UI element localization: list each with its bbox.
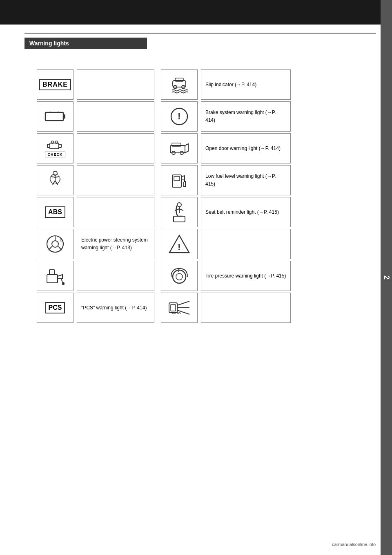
brake-sys-icon: ! [169, 107, 189, 126]
check-text: CHECK [45, 152, 65, 157]
brake-icon-cell: BRAKE [37, 69, 74, 100]
svg-rect-24 [49, 270, 54, 275]
brake-icon: BRAKE [39, 79, 71, 90]
svg-point-18 [52, 241, 58, 247]
svg-line-41 [179, 209, 183, 210]
engine-svg [47, 140, 64, 151]
pcs-icon-cell: PCS [37, 293, 74, 323]
caution-desc-cell [201, 229, 291, 259]
svg-rect-42 [174, 216, 185, 222]
battery-desc-cell [77, 101, 154, 132]
svg-rect-6 [59, 144, 61, 148]
tpms-icon: ! [169, 265, 190, 286]
fuel-description: Low fuel level warning light (→P. 415) [205, 172, 286, 188]
check-engine-desc-cell [77, 133, 154, 163]
fuel-desc-cell: Low fuel level warning light (→P. 415) [201, 165, 291, 195]
pcs-desc-cell: "PCS" warning light (→P. 414) [77, 293, 154, 323]
svg-rect-23 [47, 275, 58, 283]
svg-text:!: ! [178, 242, 180, 252]
top-rule [24, 33, 376, 34]
caution-icon-cell: ! [161, 229, 198, 259]
watermark: carmanualsonline.info [332, 542, 376, 547]
svg-text:AUTO: AUTO [172, 311, 181, 315]
warning-lights-layout: BRAKE [24, 69, 376, 323]
svg-point-45 [173, 270, 186, 283]
pcs-description: "PCS" warning light (→P. 414) [81, 304, 147, 312]
brake-sys-desc-cell: Brake system warning light (→P. 414) [201, 101, 291, 132]
svg-text:!: ! [178, 111, 180, 121]
slip-icon-cell [161, 69, 198, 100]
svg-rect-5 [50, 143, 59, 149]
brake-sys-icon-cell: ! [161, 101, 198, 132]
airbag-icon-cell [37, 165, 74, 195]
door-description: Open door warning light (→P. 414) [205, 145, 281, 152]
pcs-icon: PCS [45, 302, 65, 313]
svg-line-21 [58, 246, 62, 250]
auto-icon: AUTO [168, 300, 190, 316]
svg-line-12 [51, 177, 55, 177]
seatbelt-icon-cell [161, 197, 198, 227]
battery-icon [45, 110, 66, 123]
brake-desc-cell [77, 69, 154, 100]
svg-rect-1 [63, 114, 65, 119]
svg-point-25 [62, 282, 65, 285]
brake-sys-description: Brake system warning light (→P. 414) [205, 109, 286, 124]
eps-desc-cell: Electric power steering system warning l… [77, 229, 154, 259]
slip-description: Slip indicator (→P. 414) [205, 81, 256, 89]
oil-icon-cell [37, 261, 74, 291]
left-desc-column: Electric power steering system warning l… [77, 69, 154, 323]
right-icons-column: ! [161, 69, 198, 323]
auto-icon-cell: AUTO [161, 293, 198, 323]
fuel-icon-cell [161, 165, 198, 195]
door-icon-cell [161, 133, 198, 163]
tpms-description: Tire pressure warning light (→P. 415) [205, 272, 286, 280]
abs-desc-cell [77, 197, 154, 227]
left-icons-column: BRAKE [37, 69, 74, 323]
svg-rect-0 [45, 112, 63, 121]
slip-desc-cell: Slip indicator (→P. 414) [201, 69, 291, 100]
main-content: Warning lights BRAKE [0, 25, 392, 339]
check-engine-icon-cell: CHECK [37, 133, 74, 163]
eps-icon: ! [45, 233, 66, 255]
auto-desc-cell [201, 293, 291, 323]
eps-description: Electric power steering system warning l… [81, 236, 150, 251]
section-title: Warning lights [24, 38, 147, 49]
check-engine-icon: CHECK [45, 140, 65, 157]
airbag-icon [45, 170, 65, 190]
seatbelt-desc-cell: Seat belt reminder light (→P. 415) [201, 197, 291, 227]
tpms-desc-cell: Tire pressure warning light (→P. 415) [201, 261, 291, 291]
tpms-icon-cell: ! [161, 261, 198, 291]
svg-rect-37 [174, 177, 180, 181]
right-desc-column: Slip indicator (→P. 414) Brake system wa… [201, 69, 291, 323]
battery-icon-cell [37, 101, 74, 132]
svg-line-20 [49, 246, 52, 250]
svg-point-38 [177, 203, 181, 207]
svg-line-50 [177, 301, 189, 305]
svg-point-46 [176, 273, 183, 280]
svg-rect-49 [171, 304, 176, 311]
airbag-desc-cell [77, 165, 154, 195]
top-bar [0, 0, 392, 25]
page: 2 Warning lights BRAKE [0, 0, 392, 555]
fuel-icon [170, 170, 189, 190]
caution-icon: ! [169, 234, 190, 254]
door-icon [169, 138, 190, 159]
svg-line-13 [55, 177, 59, 177]
seatbelt-description: Seat belt reminder light (→P. 415) [205, 208, 279, 216]
eps-icon-cell: ! [37, 229, 74, 259]
oil-desc-cell [77, 261, 154, 291]
svg-text:!: ! [60, 237, 62, 244]
oil-icon [45, 266, 65, 286]
seatbelt-icon [169, 201, 189, 223]
door-desc-cell: Open door warning light (→P. 414) [201, 133, 291, 163]
abs-icon-cell: ABS [37, 197, 74, 227]
svg-rect-7 [47, 144, 50, 148]
slip-icon [169, 74, 190, 95]
abs-icon: ABS [45, 206, 65, 218]
